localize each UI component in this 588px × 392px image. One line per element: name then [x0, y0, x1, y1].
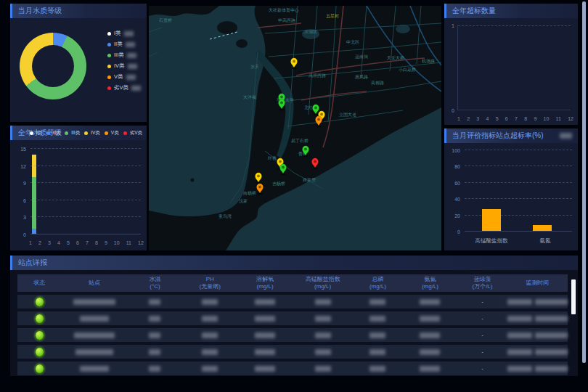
map-label: 立国大道	[339, 112, 356, 118]
x-tick: 1	[457, 116, 460, 121]
cell-value-redacted	[403, 299, 458, 305]
month-rate-title: 当月评价指标站点超标率(%)	[452, 131, 544, 139]
cell-value-redacted	[237, 299, 293, 305]
legend-item-I类[interactable]: I类	[30, 126, 42, 140]
x-tick: 11	[126, 240, 131, 245]
y-axis-labels: 020406080100	[446, 150, 460, 232]
legend-dot	[107, 65, 111, 68]
cell-status	[17, 347, 62, 357]
y-tick: 9	[23, 181, 26, 186]
cell-value-redacted	[293, 366, 353, 372]
legend-item-I类[interactable]: I类	[107, 30, 141, 37]
map-canvas[interactable]: 石度桥大祥新体育中心中高西路滨湖区五星村中北区运南街天安大桥机场路小白花桥高浪西…	[149, 6, 441, 250]
x-category-label: 高锰酸盐指数	[465, 237, 518, 245]
legend-item-III类[interactable]: III类	[65, 126, 80, 140]
x-tick: 8	[524, 116, 527, 121]
x-category-label: 氨氮	[518, 237, 572, 245]
cell-algae: -	[457, 315, 507, 322]
x-tick: 9	[534, 116, 536, 121]
status-dot-normal	[35, 297, 44, 307]
legend-value-redacted	[126, 75, 136, 80]
cell-station-redacted	[62, 332, 128, 338]
rules-link-redacted[interactable]	[560, 133, 572, 139]
x-axis-labels: 123456789101112	[29, 240, 144, 245]
cell-value-redacted	[237, 316, 293, 322]
legend-dot	[65, 131, 68, 135]
status-dot-normal	[35, 364, 44, 374]
legend-item-V类[interactable]: V类	[107, 73, 141, 81]
panel-title: 全年超标数量	[444, 4, 578, 18]
cell-value-redacted	[182, 366, 237, 372]
status-dot-normal	[35, 330, 44, 340]
col-time: 监测时间	[507, 279, 568, 287]
legend-item-劣V类[interactable]: 劣V类	[123, 126, 142, 140]
legend-dot	[107, 54, 111, 57]
y-tick: 12	[20, 163, 26, 168]
panel-station-table: 站点详报 状态 站点 水温(°C) PH(无量纲) 溶解氧(mg/L) 高锰酸盐…	[10, 256, 578, 376]
x-tick: 6	[505, 116, 508, 121]
legend-item-V类[interactable]: V类	[105, 126, 119, 140]
legend-item-劣V类[interactable]: 劣V类	[107, 84, 141, 91]
panel-title: 站点详报	[10, 256, 578, 270]
x-tick: 12	[138, 240, 144, 245]
panel-title: 当月评价指标站点超标率(%)	[444, 128, 578, 143]
cell-value-redacted	[293, 316, 353, 322]
legend-dot	[123, 131, 127, 135]
map-label: 高浪西路	[309, 73, 326, 78]
legend-dot	[30, 131, 33, 135]
y-tick: 100	[452, 148, 460, 153]
year-quality-legend: I类II类III类IV类V类劣V类	[30, 126, 142, 140]
panel-month-quality: 当月水质等级 I类II类III类IV类V类劣V类	[10, 4, 147, 122]
panel-title: 当月水质等级	[10, 4, 147, 18]
legend-dot	[84, 131, 88, 135]
cell-time-redacted	[507, 366, 568, 372]
table-body: -----	[17, 295, 568, 373]
donut-chart	[20, 33, 86, 99]
cell-value-redacted	[353, 332, 402, 338]
cell-station-redacted	[62, 316, 128, 322]
panel-year-quality: 全年水质等级 I类II类III类IV类V类劣V类 03691215 123456…	[10, 126, 147, 250]
legend-item-IV类[interactable]: IV类	[84, 126, 100, 140]
map-label: 水天	[250, 65, 259, 69]
cell-value-redacted	[128, 332, 183, 338]
x-tick: 4	[57, 240, 60, 245]
map-label: 南杨桥	[243, 191, 256, 196]
map-label: 大祥新体育中心	[269, 7, 299, 12]
map-label: 运南街	[355, 54, 369, 60]
table-row[interactable]: -	[17, 345, 568, 359]
table-row[interactable]: -	[17, 311, 568, 325]
cell-value-redacted	[128, 299, 183, 305]
map-island	[236, 39, 248, 48]
map[interactable]: 石度桥大祥新体育中心中高西路滨湖区五星村中北区运南街天安大桥机场路小白花桥高浪西…	[149, 6, 441, 250]
legend-dot	[107, 32, 111, 36]
year-exceed-title: 全年超标数量	[452, 7, 496, 15]
page-scrollbar[interactable]	[582, 1, 586, 363]
table-row[interactable]: -	[17, 295, 568, 309]
legend-value-redacted	[127, 53, 136, 58]
col-nh3n: 氨氮(mg/L)	[403, 276, 458, 290]
legend-item-III类[interactable]: III类	[107, 52, 141, 59]
legend-label: IV类	[91, 126, 100, 140]
legend-value-redacted	[128, 64, 137, 69]
month-quality-title: 当月水质等级	[18, 7, 62, 15]
legend-item-IV类[interactable]: IV类	[107, 62, 141, 70]
legend-item-II类[interactable]: II类	[46, 126, 60, 140]
cell-station-redacted	[62, 299, 128, 305]
table-scrollbar[interactable]	[571, 279, 576, 314]
map-label: 吴都路	[371, 81, 384, 86]
map-label: 惠凤路	[354, 75, 368, 80]
table-row[interactable]: -	[17, 328, 568, 342]
legend-dot	[46, 131, 50, 135]
legend-item-II类[interactable]: II类	[107, 41, 141, 48]
legend-label: I类	[114, 30, 121, 37]
legend-label: II类	[114, 41, 123, 48]
cell-value-redacted	[237, 332, 293, 338]
y-axis-labels: 03691215	[13, 149, 26, 234]
x-tick: 5	[67, 240, 70, 245]
table-row[interactable]: -	[17, 362, 568, 375]
cell-time-redacted	[507, 332, 568, 338]
y-tick: 15	[20, 147, 26, 152]
cell-algae: -	[457, 365, 507, 372]
y-tick: 6	[23, 197, 26, 203]
map-label: 中高西路	[278, 17, 295, 23]
